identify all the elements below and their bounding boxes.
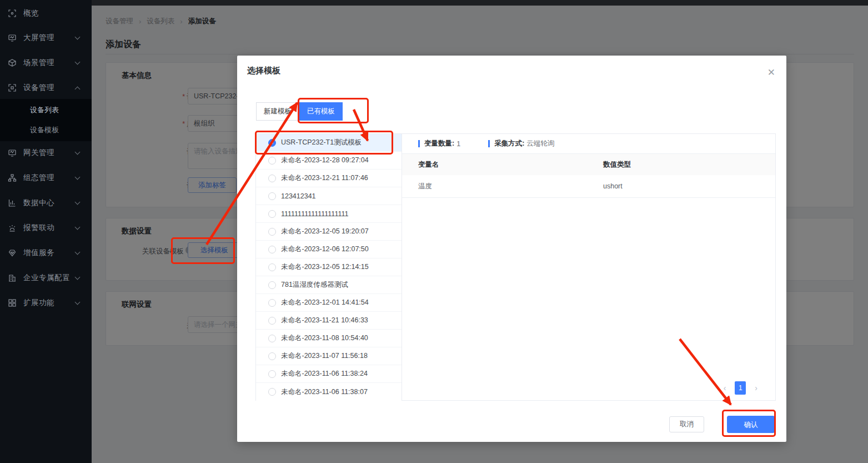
topology-icon: [8, 173, 17, 182]
template-option[interactable]: 未命名-2023-12-05 19:20:07: [256, 223, 402, 241]
radio-icon[interactable]: [268, 335, 276, 342]
sidebar-item-overview[interactable]: 概览: [0, 1, 92, 26]
radio-icon[interactable]: [268, 263, 276, 271]
radio-icon[interactable]: [268, 246, 276, 253]
sidebar-item-data-center[interactable]: 数据中心: [0, 191, 92, 215]
sidebar-item-label: 大屏管理: [23, 33, 76, 43]
radio-selected-icon[interactable]: [268, 139, 276, 147]
sidebar-item-value-added-services[interactable]: 增值服务: [0, 241, 92, 265]
chevron-down-icon: [75, 250, 81, 255]
chevron-down-icon: [75, 275, 81, 280]
template-option[interactable]: 未命名-2023-11-21 10:46:33: [256, 312, 402, 330]
template-option[interactable]: 123412341: [256, 187, 402, 205]
extension-icon: [8, 298, 17, 307]
template-option-label: 未命名-2023-12-01 14:41:54: [281, 298, 369, 307]
sidebar-item-gateway-mgmt[interactable]: 网关管理: [0, 141, 92, 165]
collect-mode: 采集方式:云端轮询: [488, 139, 554, 148]
sidebar-item-enterprise-config[interactable]: 企业专属配置: [0, 266, 92, 290]
sidebar-item-extensions[interactable]: 扩展功能: [0, 291, 92, 315]
sidebar-item-label: 概览: [23, 8, 76, 18]
radio-icon[interactable]: [268, 299, 276, 307]
sidebar-item-topology-mgmt[interactable]: 组态管理: [0, 166, 92, 190]
cancel-button[interactable]: 取消: [669, 416, 704, 432]
template-option-label: 未命名-2023-11-06 11:38:07: [281, 387, 368, 397]
radio-icon[interactable]: [268, 352, 276, 360]
template-option-label: 未命名-2023-12-05 19:20:07: [281, 227, 369, 236]
template-option[interactable]: 781温湿度传感器测试: [256, 276, 402, 294]
template-info-strip: 变量数量:1 采集方式:云端轮询: [402, 134, 775, 154]
sidebar-item-device-template[interactable]: 设备模板: [0, 120, 92, 140]
radio-icon[interactable]: [268, 210, 276, 218]
sidebar-item-screen-mgmt[interactable]: 大屏管理: [0, 26, 92, 50]
template-option[interactable]: 未命名-2023-12-05 12:14:15: [256, 258, 402, 276]
radio-icon[interactable]: [268, 157, 276, 165]
chevron-down-icon: [75, 175, 81, 180]
template-option-label: 未命名-2023-11-08 10:54:40: [281, 333, 368, 343]
tab-existing-template[interactable]: 已有模板: [299, 102, 343, 121]
gateway-icon: [8, 148, 17, 157]
sidebar: 概览 大屏管理 场景管理 设备管理 设备列表 设备模板 网关管理 组态管理 数据…: [0, 0, 92, 463]
template-option[interactable]: 未命名-2023-11-07 11:56:18: [256, 347, 402, 365]
modal-title: 选择模板: [247, 66, 280, 76]
template-option[interactable]: 未命名-2023-12-28 09:27:04: [256, 152, 402, 170]
radio-icon[interactable]: [268, 175, 276, 182]
template-option-label: 11111111111111111111: [281, 210, 348, 218]
sidebar-item-alarm-linkage[interactable]: 报警联动: [0, 216, 92, 240]
table-row: 温度 ushort: [402, 175, 775, 198]
template-option[interactable]: 11111111111111111111: [256, 205, 402, 223]
template-option[interactable]: 未命名-2023-12-21 11:07:46: [256, 170, 402, 187]
sidebar-item-device-mgmt[interactable]: 设备管理: [0, 76, 92, 100]
pagination-next-icon[interactable]: ›: [755, 384, 757, 392]
template-option[interactable]: 未命名-2023-11-06 11:38:07: [256, 383, 402, 401]
device-mgmt-submenu: 设备列表 设备模板: [0, 99, 92, 141]
confirm-button[interactable]: 确认: [727, 416, 775, 433]
pagination-page-1[interactable]: 1: [735, 381, 746, 395]
template-option-label: 未命名-2023-12-06 12:07:50: [281, 245, 369, 254]
sidebar-item-label: 网关管理: [23, 148, 76, 158]
chevron-down-icon: [75, 34, 81, 40]
pagination: ‹ 1 ›: [724, 381, 757, 395]
template-option[interactable]: USR-TCP232-T1测试模板: [256, 134, 402, 152]
template-option[interactable]: 未命名-2023-11-08 10:54:40: [256, 330, 402, 347]
template-detail-panel: 变量数量:1 采集方式:云端轮询 变量名 数值类型 温度 ushort ‹ 1 …: [402, 134, 775, 400]
sidebar-item-label: 组态管理: [23, 173, 76, 183]
template-list: USR-TCP232-T1测试模板 未命名-2023-12-28 09:27:0…: [256, 134, 402, 400]
variable-count: 变量数量:1: [418, 139, 460, 148]
radio-icon[interactable]: [268, 281, 276, 289]
template-option-label: 未命名-2023-12-21 11:07:46: [281, 173, 368, 183]
template-option-label: 781温湿度传感器测试: [281, 280, 348, 290]
col-variable-name: 变量名: [402, 160, 603, 170]
radio-icon[interactable]: [268, 192, 276, 200]
tab-new-template[interactable]: 新建模板: [256, 102, 299, 121]
col-value-type: 数值类型: [603, 160, 775, 170]
template-option[interactable]: 未命名-2023-12-06 12:07:50: [256, 241, 402, 258]
sidebar-item-label: 数据中心: [23, 198, 76, 208]
screen-icon: [8, 33, 17, 42]
accent-bar: [418, 140, 420, 147]
radio-icon[interactable]: [268, 388, 276, 396]
radio-icon[interactable]: [268, 317, 276, 325]
close-icon[interactable]: ✕: [767, 68, 775, 77]
template-option[interactable]: 未命名-2023-11-06 11:38:24: [256, 365, 402, 383]
sidebar-item-scene-mgmt[interactable]: 场景管理: [0, 51, 92, 75]
select-template-modal: 选择模板 ✕ 新建模板 已有模板 USR-TCP232-T1测试模板 未命名-2…: [237, 56, 786, 442]
template-option-label: 123412341: [281, 192, 316, 200]
radio-icon[interactable]: [268, 370, 276, 378]
sidebar-item-label: 企业专属配置: [23, 273, 76, 283]
template-option-label: 未命名-2023-11-07 11:56:18: [281, 351, 368, 361]
radio-icon[interactable]: [268, 228, 276, 236]
data-icon: [8, 198, 17, 207]
template-option-label: 未命名-2023-11-06 11:38:24: [281, 369, 368, 379]
enterprise-icon: [8, 273, 17, 282]
overview-icon: [8, 9, 17, 18]
sidebar-item-label: 设备管理: [23, 83, 76, 93]
vas-icon: [8, 248, 17, 257]
template-option[interactable]: 未命名-2023-12-01 14:41:54: [256, 294, 402, 312]
cell-value-type: ushort: [603, 182, 775, 190]
template-option-label: 未命名-2023-12-28 09:27:04: [281, 156, 369, 165]
pagination-prev-icon[interactable]: ‹: [724, 384, 726, 392]
sidebar-item-device-list[interactable]: 设备列表: [0, 100, 92, 120]
chevron-down-icon: [75, 59, 81, 65]
template-tabs: 新建模板 已有模板: [256, 102, 343, 121]
cell-variable-name: 温度: [402, 182, 603, 191]
